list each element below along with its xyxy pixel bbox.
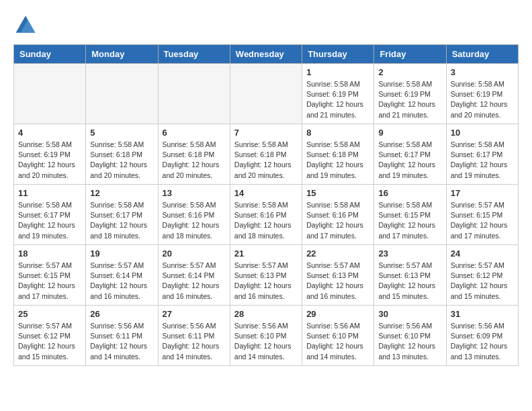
day-info: Sunrise: 5:58 AM Sunset: 6:19 PM Dayligh… (18, 140, 81, 181)
day-number: 21 (234, 248, 298, 259)
weekday-header-tuesday: Tuesday (158, 45, 230, 64)
calendar-cell: 6Sunrise: 5:58 AM Sunset: 6:18 PM Daylig… (158, 124, 230, 185)
day-info: Sunrise: 5:56 AM Sunset: 6:10 PM Dayligh… (378, 321, 441, 362)
day-number: 7 (234, 128, 298, 138)
calendar-cell: 8Sunrise: 5:58 AM Sunset: 6:18 PM Daylig… (302, 124, 374, 185)
calendar-week-2: 4Sunrise: 5:58 AM Sunset: 6:19 PM Daylig… (14, 124, 519, 185)
day-info: Sunrise: 5:58 AM Sunset: 6:16 PM Dayligh… (306, 200, 369, 241)
day-info: Sunrise: 5:56 AM Sunset: 6:09 PM Dayligh… (451, 321, 514, 362)
day-number: 27 (163, 309, 226, 319)
calendar-header: SundayMondayTuesdayWednesdayThursdayFrid… (14, 45, 519, 64)
calendar-week-1: 1Sunrise: 5:58 AM Sunset: 6:19 PM Daylig… (14, 64, 519, 124)
calendar-cell: 11Sunrise: 5:58 AM Sunset: 6:17 PM Dayli… (14, 185, 86, 245)
day-number: 30 (378, 309, 441, 319)
calendar-week-4: 18Sunrise: 5:57 AM Sunset: 6:15 PM Dayli… (14, 245, 519, 306)
weekday-header-sunday: Sunday (14, 45, 86, 64)
calendar-cell: 18Sunrise: 5:57 AM Sunset: 6:15 PM Dayli… (14, 245, 86, 306)
calendar-cell: 5Sunrise: 5:58 AM Sunset: 6:18 PM Daylig… (86, 124, 158, 185)
day-number: 23 (378, 248, 441, 259)
day-number: 15 (306, 188, 369, 198)
day-number: 4 (18, 128, 81, 138)
weekday-header-wednesday: Wednesday (230, 45, 302, 64)
calendar-cell: 23Sunrise: 5:57 AM Sunset: 6:13 PM Dayli… (374, 245, 446, 306)
day-number: 17 (451, 188, 514, 198)
day-info: Sunrise: 5:57 AM Sunset: 6:12 PM Dayligh… (451, 261, 514, 302)
day-info: Sunrise: 5:57 AM Sunset: 6:13 PM Dayligh… (234, 261, 298, 302)
day-number: 1 (306, 67, 369, 77)
day-info: Sunrise: 5:58 AM Sunset: 6:17 PM Dayligh… (18, 200, 81, 241)
weekday-header-thursday: Thursday (302, 45, 374, 64)
logo (13, 13, 42, 38)
calendar-cell: 13Sunrise: 5:58 AM Sunset: 6:16 PM Dayli… (158, 185, 230, 245)
day-info: Sunrise: 5:58 AM Sunset: 6:18 PM Dayligh… (306, 140, 369, 181)
calendar-cell: 20Sunrise: 5:57 AM Sunset: 6:14 PM Dayli… (158, 245, 230, 306)
calendar-table: SundayMondayTuesdayWednesdayThursdayFrid… (13, 44, 519, 366)
day-number: 31 (451, 309, 514, 319)
day-number: 28 (234, 309, 298, 319)
day-number: 26 (90, 309, 153, 319)
day-info: Sunrise: 5:57 AM Sunset: 6:12 PM Dayligh… (18, 321, 81, 362)
calendar-cell: 21Sunrise: 5:57 AM Sunset: 6:13 PM Dayli… (230, 245, 302, 306)
day-info: Sunrise: 5:57 AM Sunset: 6:15 PM Dayligh… (451, 200, 514, 241)
calendar-cell: 26Sunrise: 5:56 AM Sunset: 6:11 PM Dayli… (86, 306, 158, 366)
day-number: 2 (378, 67, 441, 77)
day-info: Sunrise: 5:58 AM Sunset: 6:16 PM Dayligh… (163, 200, 226, 241)
calendar-cell: 22Sunrise: 5:57 AM Sunset: 6:13 PM Dayli… (302, 245, 374, 306)
day-info: Sunrise: 5:58 AM Sunset: 6:17 PM Dayligh… (378, 140, 441, 181)
calendar-cell (14, 64, 86, 124)
day-number: 24 (451, 248, 514, 259)
calendar-cell: 16Sunrise: 5:58 AM Sunset: 6:15 PM Dayli… (374, 185, 446, 245)
calendar-cell: 12Sunrise: 5:58 AM Sunset: 6:17 PM Dayli… (86, 185, 158, 245)
day-info: Sunrise: 5:58 AM Sunset: 6:18 PM Dayligh… (163, 140, 226, 181)
day-info: Sunrise: 5:56 AM Sunset: 6:11 PM Dayligh… (163, 321, 226, 362)
page-header (13, 13, 519, 38)
day-number: 18 (18, 248, 81, 259)
day-number: 5 (90, 128, 153, 138)
calendar-cell: 9Sunrise: 5:58 AM Sunset: 6:17 PM Daylig… (374, 124, 446, 185)
calendar-week-3: 11Sunrise: 5:58 AM Sunset: 6:17 PM Dayli… (14, 185, 519, 245)
day-number: 3 (451, 67, 514, 77)
logo-icon (13, 13, 38, 38)
calendar-body: 1Sunrise: 5:58 AM Sunset: 6:19 PM Daylig… (14, 64, 519, 366)
day-info: Sunrise: 5:57 AM Sunset: 6:14 PM Dayligh… (90, 261, 153, 302)
day-number: 8 (306, 128, 369, 138)
day-number: 11 (18, 188, 81, 198)
day-number: 9 (378, 128, 441, 138)
calendar-cell: 31Sunrise: 5:56 AM Sunset: 6:09 PM Dayli… (446, 306, 518, 366)
calendar-week-5: 25Sunrise: 5:57 AM Sunset: 6:12 PM Dayli… (14, 306, 519, 366)
day-info: Sunrise: 5:58 AM Sunset: 6:17 PM Dayligh… (90, 200, 153, 241)
calendar-cell: 27Sunrise: 5:56 AM Sunset: 6:11 PM Dayli… (158, 306, 230, 366)
calendar-cell: 29Sunrise: 5:56 AM Sunset: 6:10 PM Dayli… (302, 306, 374, 366)
calendar-cell: 15Sunrise: 5:58 AM Sunset: 6:16 PM Dayli… (302, 185, 374, 245)
day-number: 12 (90, 188, 153, 198)
calendar-cell (230, 64, 302, 124)
calendar-cell: 24Sunrise: 5:57 AM Sunset: 6:12 PM Dayli… (446, 245, 518, 306)
calendar-cell: 30Sunrise: 5:56 AM Sunset: 6:10 PM Dayli… (374, 306, 446, 366)
calendar-cell: 19Sunrise: 5:57 AM Sunset: 6:14 PM Dayli… (86, 245, 158, 306)
day-number: 29 (306, 309, 369, 319)
day-number: 19 (90, 248, 153, 259)
calendar-cell: 3Sunrise: 5:58 AM Sunset: 6:19 PM Daylig… (446, 64, 518, 124)
day-number: 22 (306, 248, 369, 259)
day-number: 6 (163, 128, 226, 138)
day-info: Sunrise: 5:58 AM Sunset: 6:19 PM Dayligh… (306, 79, 369, 120)
calendar-cell: 1Sunrise: 5:58 AM Sunset: 6:19 PM Daylig… (302, 64, 374, 124)
day-info: Sunrise: 5:57 AM Sunset: 6:15 PM Dayligh… (18, 261, 81, 302)
day-number: 14 (234, 188, 298, 198)
calendar-cell: 25Sunrise: 5:57 AM Sunset: 6:12 PM Dayli… (14, 306, 86, 366)
day-info: Sunrise: 5:58 AM Sunset: 6:19 PM Dayligh… (378, 79, 441, 120)
weekday-header-row: SundayMondayTuesdayWednesdayThursdayFrid… (14, 45, 519, 64)
day-info: Sunrise: 5:58 AM Sunset: 6:15 PM Dayligh… (378, 200, 441, 241)
day-info: Sunrise: 5:58 AM Sunset: 6:19 PM Dayligh… (451, 79, 514, 120)
weekday-header-saturday: Saturday (446, 45, 518, 64)
day-number: 10 (451, 128, 514, 138)
day-info: Sunrise: 5:58 AM Sunset: 6:18 PM Dayligh… (90, 140, 153, 181)
weekday-header-friday: Friday (374, 45, 446, 64)
day-info: Sunrise: 5:57 AM Sunset: 6:13 PM Dayligh… (306, 261, 369, 302)
day-info: Sunrise: 5:56 AM Sunset: 6:10 PM Dayligh… (234, 321, 298, 362)
day-info: Sunrise: 5:56 AM Sunset: 6:10 PM Dayligh… (306, 321, 369, 362)
day-number: 25 (18, 309, 81, 319)
day-info: Sunrise: 5:58 AM Sunset: 6:16 PM Dayligh… (234, 200, 298, 241)
calendar-cell: 17Sunrise: 5:57 AM Sunset: 6:15 PM Dayli… (446, 185, 518, 245)
calendar-cell: 14Sunrise: 5:58 AM Sunset: 6:16 PM Dayli… (230, 185, 302, 245)
